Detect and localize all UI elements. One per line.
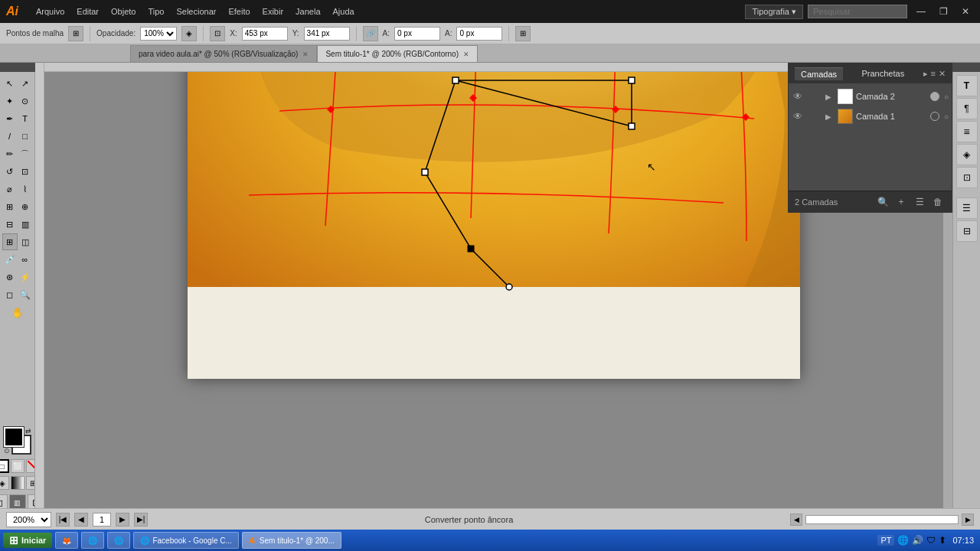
transform-icon[interactable]: ⊡ [210, 26, 225, 41]
menu-tipo[interactable]: Tipo [142, 5, 169, 18]
layer-row-2[interactable]: 👁 ▶ Camada 2 ○ [789, 86, 952, 106]
page-last-btn[interactable]: ▶| [134, 513, 148, 527]
hand-tool[interactable]: ✋ [2, 304, 33, 321]
y-input[interactable] [304, 27, 350, 41]
taskbar-facebook[interactable]: 🌐 Facebook - Google C... [133, 532, 238, 549]
update-tray-icon[interactable]: ⬆ [939, 535, 946, 546]
character-panel-icon[interactable]: T [956, 75, 978, 96]
tab-2[interactable]: Sem titulo-1* @ 200% (RGB/Contorno) ✕ [317, 45, 478, 62]
magic-wand-tool[interactable]: ✦ [2, 93, 18, 109]
taskbar-illustrator[interactable]: Ai Sem titulo-1* @ 200... [242, 532, 341, 549]
scale-tool[interactable]: ⊡ [18, 163, 33, 180]
layer-1-lock[interactable] [807, 110, 819, 122]
page-prev-btn[interactable]: ◀ [74, 513, 88, 527]
brush-tool[interactable]: ✏ [2, 145, 18, 162]
control-panel-icon[interactable]: ≡ [956, 121, 978, 142]
start-button[interactable]: ⊞ Iniciar [3, 533, 52, 548]
panel-close-btn[interactable]: ✕ [939, 69, 946, 79]
menu-janela[interactable]: Janela [290, 5, 325, 18]
typography-dropdown[interactable]: Tipografia ▾ [745, 5, 803, 19]
transform-panel-icon[interactable]: ⊡ [956, 167, 978, 188]
none-color-btn[interactable] [26, 459, 36, 473]
close-button[interactable]: ✕ [957, 6, 974, 17]
page-first-btn[interactable]: |◀ [56, 513, 70, 527]
rotate-tool[interactable]: ↺ [2, 163, 18, 180]
lang-button[interactable]: PT [877, 535, 894, 546]
symbol-sprayer-tool[interactable]: ⊛ [2, 269, 18, 285]
minimize-button[interactable]: — [912, 6, 930, 17]
layer-1-target[interactable] [930, 112, 939, 121]
w-input[interactable] [394, 27, 440, 41]
layer-row-1[interactable]: 👁 ▶ Camada 1 ○ [789, 106, 952, 126]
type-tool[interactable]: T [18, 110, 33, 127]
tab-1[interactable]: para video aula.ai* @ 50% (RGB/Visualiza… [130, 45, 317, 62]
menu-ajuda[interactable]: Ajuda [328, 5, 360, 18]
slice-tool[interactable]: ⚡ [18, 269, 33, 285]
search-input[interactable] [808, 5, 907, 18]
menu-efeito[interactable]: Efeito [223, 5, 255, 18]
eyedropper-tool[interactable]: 💉 [2, 251, 18, 268]
mesh-tool[interactable]: ⊞ [2, 233, 18, 250]
menu-editar[interactable]: Editar [71, 5, 104, 18]
stroke-color-btn[interactable]: ⬜ [11, 459, 24, 473]
layers-panel-icon[interactable]: ☰ [956, 197, 978, 219]
delete-layer-btn[interactable]: 🗑 [930, 194, 946, 210]
free-transform-tool[interactable]: ⊞ [2, 198, 18, 215]
mesh-options-icon[interactable]: ⊞ [68, 26, 83, 41]
layer-2-target[interactable] [930, 92, 939, 101]
shape-builder-tool[interactable]: ⊕ [18, 198, 33, 215]
artboards-tab[interactable]: Pranchetas [856, 67, 911, 80]
artboards-panel-icon[interactable]: ⊟ [956, 220, 978, 242]
link-icon[interactable]: 🔗 [363, 26, 378, 41]
blob-brush-tool[interactable]: ⌒ [18, 145, 33, 162]
opacidade-select[interactable]: 100% [140, 27, 177, 41]
network-tray-icon[interactable]: 🌐 [897, 535, 909, 546]
tab-1-close[interactable]: ✕ [302, 51, 309, 58]
selection-tool[interactable]: ↖ [2, 75, 18, 92]
pen-tool[interactable]: ✒ [2, 110, 18, 127]
gradient-btn[interactable] [11, 476, 24, 490]
volume-tray-icon[interactable]: 🔊 [912, 535, 923, 546]
menu-selecionar[interactable]: Selecionar [171, 5, 221, 18]
warp-tool[interactable]: ⌀ [2, 181, 18, 197]
page-next-btn[interactable]: ▶ [116, 513, 129, 527]
shield-tray-icon[interactable]: 🛡 [926, 535, 936, 546]
pattern-btn[interactable]: ⊞ [26, 476, 36, 490]
layer-2-expand[interactable]: ▶ [822, 90, 835, 103]
page-input[interactable] [93, 513, 111, 527]
line-tool[interactable]: / [2, 128, 18, 145]
menu-exibir[interactable]: Exibir [257, 5, 289, 18]
layer-2-visibility[interactable]: 👁 [792, 90, 804, 103]
taskbar-firefox[interactable]: 🦊 [55, 532, 78, 549]
layer-1-visibility[interactable]: 👁 [792, 110, 804, 122]
perspective-tool[interactable]: ⊟ [2, 216, 18, 233]
rect-tool[interactable]: □ [18, 128, 33, 145]
h-input[interactable] [456, 27, 502, 41]
zoom-tool[interactable]: 🔍 [18, 286, 33, 303]
layer-1-circle[interactable]: ○ [944, 112, 949, 121]
panel-collapse-btn[interactable]: ▸ [923, 69, 928, 79]
restore-button[interactable]: ❐ [935, 6, 952, 17]
style-icon[interactable]: ◈ [181, 26, 197, 41]
layer-1-expand[interactable]: ▶ [822, 110, 835, 122]
column-graph-tool[interactable]: ▥ [18, 216, 33, 233]
swap-colors-icon[interactable]: ⇄ [25, 427, 31, 435]
blend-tool[interactable]: ∞ [18, 251, 33, 268]
direct-selection-tool[interactable]: ↗ [18, 75, 33, 92]
layers-tab[interactable]: Camadas [795, 67, 843, 80]
taskbar-chrome[interactable]: 🌐 [81, 532, 104, 549]
fill-color-btn[interactable]: □ [0, 459, 9, 473]
reset-colors-icon[interactable]: ⊙ [4, 447, 10, 455]
taskbar-ie[interactable]: 🌐 [107, 532, 130, 549]
lasso-tool[interactable]: ⊙ [18, 93, 33, 109]
tab-2-close[interactable]: ✕ [463, 51, 469, 58]
scroll-right-btn[interactable]: ▶ [962, 514, 974, 526]
make-sublayer-btn[interactable]: 🔍 [875, 194, 890, 210]
layer-2-lock[interactable] [807, 90, 819, 103]
panel-menu-btn[interactable]: ≡ [931, 69, 936, 79]
foreground-color-swatch[interactable] [4, 427, 24, 447]
align-icon[interactable]: ⊞ [515, 26, 531, 41]
gradient-tool[interactable]: ◫ [18, 233, 33, 250]
color-btn[interactable]: ◈ [0, 476, 9, 490]
zoom-select[interactable]: 200% 100% 50% [6, 512, 51, 527]
